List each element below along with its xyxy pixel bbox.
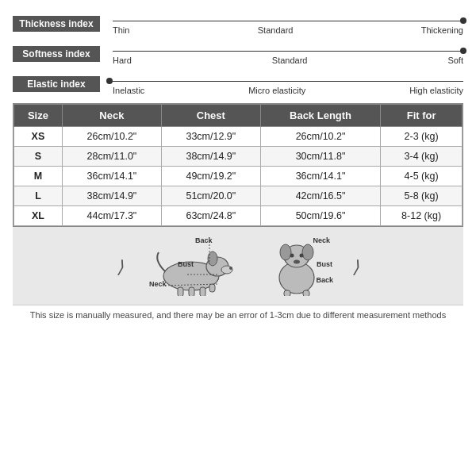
table-row: M36cm/14.1"49cm/19.2"36cm/14.1"4-5 (kg) (14, 167, 463, 186)
softness-scale-labels: Hard Standard Soft (113, 56, 463, 65)
cell-3-4: 5-8 (kg) (381, 186, 463, 206)
neck-label-front: Neck (313, 236, 330, 244)
header-size: Size (14, 105, 63, 127)
illustration-section: ⟩ Back (13, 227, 463, 305)
header-fit-for: Fit for (381, 105, 463, 127)
size-table-wrapper: Size Neck Chest Back Length Fit for XS26… (13, 103, 463, 227)
dog-front-view: Neck Bust Back (265, 236, 328, 298)
thickness-scale-standard: Standard (258, 25, 294, 35)
cell-4-4: 8-12 (kg) (381, 206, 463, 226)
cell-1-2: 38cm/14.9" (161, 147, 260, 167)
cell-3-1: 38cm/14.9" (62, 186, 161, 206)
softness-scale-standard: Standard (272, 56, 308, 65)
cell-1-3: 30cm/11.8" (260, 147, 380, 167)
table-row: L38cm/14.9"51cm/20.0"42cm/16.5"5-8 (kg) (14, 186, 463, 206)
note-text: This size is manually measured, and ther… (13, 305, 463, 324)
back-label-front: Back (316, 276, 333, 284)
thickness-scale-thin: Thin (113, 25, 129, 35)
thickness-line (113, 21, 463, 21)
softness-line (113, 51, 463, 52)
svg-point-17 (290, 254, 294, 258)
cell-2-2: 49cm/19.2" (161, 167, 260, 186)
header-neck: Neck (62, 105, 161, 127)
svg-line-12 (163, 284, 217, 286)
cell-1-0: S (14, 147, 63, 167)
svg-point-16 (302, 244, 313, 260)
cell-0-3: 26cm/10.2" (260, 127, 380, 147)
elastic-scale-micro: Micro elasticity (248, 86, 305, 95)
dog-side-view: Back Bust Neck (148, 236, 235, 298)
table-body: XS26cm/10.2"33cm/12.9"26cm/10.2"2-3 (kg)… (14, 127, 463, 226)
cell-4-2: 63cm/24.8" (161, 206, 260, 226)
size-table: Size Neck Chest Back Length Fit for XS26… (13, 104, 463, 226)
thickness-scale-labels: Thin Standard Thickening (113, 25, 463, 35)
softness-dot (460, 48, 466, 54)
cell-1-4: 3-4 (kg) (381, 147, 463, 167)
softness-label: Softness index (13, 46, 100, 62)
svg-point-18 (300, 254, 304, 258)
table-row: XL44cm/17.3"63cm/24.8"50cm/19.6"8-12 (kg… (14, 206, 463, 226)
header-back-length: Back Length (260, 105, 380, 127)
cell-4-0: XL (14, 206, 63, 226)
elastic-scale-inelastic: Inelastic (113, 86, 144, 95)
svg-point-15 (280, 244, 291, 260)
elastic-scale-labels: Inelastic Micro elasticity High elastici… (113, 86, 463, 95)
right-arrow: ⟩ (352, 257, 359, 278)
label-lines-svg (148, 236, 235, 296)
cell-4-1: 44cm/17.3" (62, 206, 161, 226)
elastic-scale: Inelastic Micro elasticity High elastici… (113, 73, 463, 95)
thickness-label: Thickness index (13, 16, 100, 32)
softness-scale-hard: Hard (113, 56, 132, 65)
table-row: S28cm/11.0"38cm/14.9"30cm/11.8"3-4 (kg) (14, 147, 463, 167)
cell-4-3: 50cm/19.6" (260, 206, 380, 226)
cell-3-0: L (14, 186, 63, 206)
header-chest: Chest (161, 105, 260, 127)
cell-2-3: 36cm/14.1" (260, 167, 380, 186)
softness-index-row: Softness index Hard Standard Soft (13, 43, 463, 65)
cell-2-0: M (14, 167, 63, 186)
softness-scale: Hard Standard Soft (113, 43, 463, 65)
table-row: XS26cm/10.2"33cm/12.9"26cm/10.2"2-3 (kg) (14, 127, 463, 147)
elastic-line (113, 81, 463, 82)
thickness-scale-thickening: Thickening (421, 25, 463, 35)
cell-0-4: 2-3 (kg) (381, 127, 463, 147)
cell-2-4: 4-5 (kg) (381, 167, 463, 186)
thickness-scale: Thin Standard Thickening (113, 13, 463, 35)
thickness-dot (460, 17, 466, 24)
thickness-index-row: Thickness index Thin Standard Thickening (13, 13, 463, 35)
left-arrow: ⟩ (117, 257, 124, 278)
index-section: Thickness index Thin Standard Thickening… (13, 13, 463, 95)
cell-3-2: 51cm/20.0" (161, 186, 260, 206)
svg-rect-20 (284, 290, 290, 296)
cell-0-0: XS (14, 127, 63, 147)
elastic-dot (106, 78, 113, 84)
cell-0-2: 33cm/12.9" (161, 127, 260, 147)
elastic-label: Elastic index (13, 76, 100, 92)
cell-1-1: 28cm/11.0" (62, 147, 161, 167)
softness-scale-soft: Soft (447, 56, 463, 65)
svg-point-19 (294, 260, 300, 264)
cell-2-1: 36cm/14.1" (62, 167, 161, 186)
svg-rect-21 (303, 290, 309, 296)
cell-0-1: 26cm/10.2" (62, 127, 161, 147)
elastic-index-row: Elastic index Inelastic Micro elasticity… (13, 73, 463, 95)
cell-3-3: 42cm/16.5" (260, 186, 380, 206)
table-header-row: Size Neck Chest Back Length Fit for (14, 105, 463, 127)
elastic-scale-high: High elasticity (409, 86, 463, 95)
bust-label-front: Bust (317, 260, 332, 268)
main-container: Thickness index Thin Standard Thickening… (0, 0, 476, 337)
